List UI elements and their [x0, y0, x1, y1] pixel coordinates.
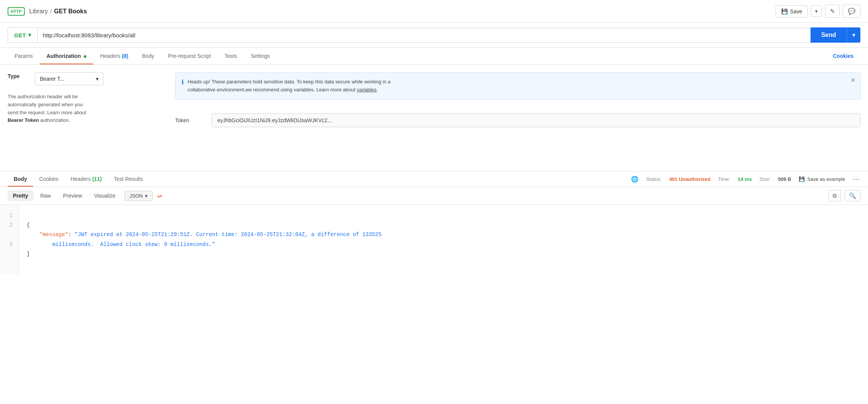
- header-actions: 💾 Save ▾ ✎ 💬: [776, 5, 860, 18]
- tab-params[interactable]: Params: [8, 48, 40, 64]
- tab-authorization[interactable]: Authorization: [40, 48, 93, 64]
- send-dropdown-arrow[interactable]: ▾: [847, 28, 860, 42]
- toolbar-right: ⧉ 🔍: [828, 190, 860, 201]
- tab-cookies[interactable]: Cookies: [826, 48, 860, 64]
- globe-icon[interactable]: 🌐: [631, 176, 639, 183]
- copy-button[interactable]: ⧉: [828, 190, 841, 201]
- bearer-label: Bearer T...: [40, 76, 64, 82]
- comment-button[interactable]: 💬: [843, 5, 860, 18]
- send-button[interactable]: Send ▾: [811, 27, 860, 43]
- bearer-type-select[interactable]: Bearer T... ▾: [35, 72, 104, 85]
- token-row: Token: [175, 113, 860, 127]
- method-label: GET: [14, 32, 26, 38]
- resp-tab-cookies[interactable]: Cookies: [33, 171, 65, 187]
- edit-button[interactable]: ✎: [825, 5, 840, 18]
- json-label: JSON: [129, 193, 143, 199]
- format-toolbar: Pretty Raw Preview Visualize JSON ▾ ⇌ ⧉ …: [0, 187, 868, 205]
- tab-prerequest[interactable]: Pre-request Script: [161, 48, 218, 64]
- method-chevron: ▾: [28, 32, 31, 38]
- format-pretty-button[interactable]: Pretty: [8, 190, 33, 201]
- save-dropdown-button[interactable]: ▾: [811, 5, 822, 17]
- copy-icon: ⧉: [833, 192, 837, 199]
- code-open-brace: {: [27, 222, 30, 228]
- save-example-label: Save as example: [807, 176, 845, 182]
- code-value-message-line2: milliseconds. Allowed clock skew: 0 mill…: [40, 241, 215, 248]
- response-meta: 🌐 Status: 401 Unauthorized Time: 14 ms S…: [631, 175, 860, 183]
- auth-left: Type Bearer T... ▾ The authorization hea…: [8, 72, 167, 163]
- info-banner: ℹ Heads up! These parameters hold sensit…: [175, 72, 860, 100]
- format-preview-button[interactable]: Preview: [58, 190, 88, 201]
- breadcrumb-library[interactable]: Library: [29, 8, 48, 15]
- json-format-select[interactable]: JSON ▾: [124, 191, 153, 201]
- format-visualize-button[interactable]: Visualize: [89, 190, 121, 201]
- resp-tab-test-results[interactable]: Test Results: [108, 171, 149, 187]
- size-label: Size:: [760, 176, 771, 182]
- wrap-button[interactable]: ⇌: [154, 191, 165, 201]
- format-raw-button[interactable]: Raw: [35, 190, 56, 201]
- time-label: Time:: [718, 176, 730, 182]
- token-label: Token: [175, 117, 205, 123]
- tab-tests[interactable]: Tests: [218, 48, 244, 64]
- status-label: Status:: [646, 176, 661, 182]
- tab-body[interactable]: Body: [135, 48, 161, 64]
- code-panel: 1 2 3 { "message": "JWT expired at 2024-…: [0, 205, 868, 275]
- method-select[interactable]: GET ▾: [8, 27, 37, 43]
- variables-link[interactable]: variables: [357, 87, 376, 93]
- code-close-brace: }: [27, 251, 30, 257]
- resp-headers-badge: (11): [92, 176, 102, 182]
- send-label: Send: [811, 27, 847, 43]
- code-value-message-line1: "JWT expired at 2024-05-25T21:29:51Z. Cu…: [75, 232, 382, 238]
- code-content: { "message": "JWT expired at 2024-05-25T…: [19, 205, 389, 275]
- token-input[interactable]: [212, 113, 860, 127]
- info-text: Heads up! These parameters hold sensitiv…: [188, 78, 391, 94]
- auth-panel: Type Bearer T... ▾ The authorization hea…: [0, 65, 868, 171]
- save-example-button[interactable]: 💾 Save as example: [799, 176, 845, 182]
- more-options-button[interactable]: ⋯: [853, 175, 860, 183]
- breadcrumb-separator: /: [50, 8, 52, 15]
- auth-description: The authorization header will be automat…: [8, 93, 167, 125]
- save-button[interactable]: 💾 Save: [776, 5, 808, 18]
- size-value: 509 B: [778, 176, 792, 182]
- code-key-message: "message": [40, 232, 68, 238]
- tab-headers[interactable]: Headers (8): [93, 48, 135, 64]
- resp-tab-body[interactable]: Body: [8, 171, 33, 187]
- line-numbers: 1 2 3: [0, 205, 19, 275]
- url-input[interactable]: [37, 28, 811, 43]
- save-label: Save: [790, 8, 802, 14]
- tab-settings[interactable]: Settings: [244, 48, 277, 64]
- resp-tab-headers[interactable]: Headers (11): [65, 171, 108, 187]
- info-icon: ℹ: [182, 78, 184, 86]
- type-label: Type: [8, 73, 20, 79]
- header: HTTP Library / GET Books 💾 Save ▾ ✎ 💬: [0, 0, 868, 23]
- status-value: 401 Unauthorized: [669, 176, 710, 182]
- authorization-dot: [84, 55, 86, 58]
- bearer-token-link[interactable]: Bearer Token: [8, 117, 39, 123]
- url-bar: GET ▾ Send ▾: [0, 23, 868, 48]
- headers-badge: (8): [122, 53, 128, 59]
- request-tabs: Params Authorization Headers (8) Body Pr…: [0, 48, 868, 65]
- json-chevron: ▾: [145, 193, 148, 199]
- response-tabs: Body Cookies Headers (11) Test Results 🌐…: [0, 171, 868, 187]
- breadcrumb-current: GET Books: [54, 8, 87, 15]
- http-badge: HTTP: [8, 7, 25, 16]
- search-icon: 🔍: [849, 192, 856, 199]
- wrap-icon: ⇌: [157, 193, 162, 199]
- save-icon: 💾: [781, 8, 788, 14]
- search-button[interactable]: 🔍: [845, 190, 860, 201]
- comment-icon: 💬: [848, 8, 855, 15]
- save-example-icon: 💾: [799, 176, 805, 182]
- bearer-chevron: ▾: [96, 76, 99, 82]
- close-banner-button[interactable]: ✕: [850, 77, 855, 84]
- edit-icon: ✎: [830, 8, 835, 15]
- time-value: 14 ms: [738, 176, 752, 182]
- auth-right: ℹ Heads up! These parameters hold sensit…: [175, 72, 860, 163]
- breadcrumb: Library / GET Books: [29, 8, 87, 15]
